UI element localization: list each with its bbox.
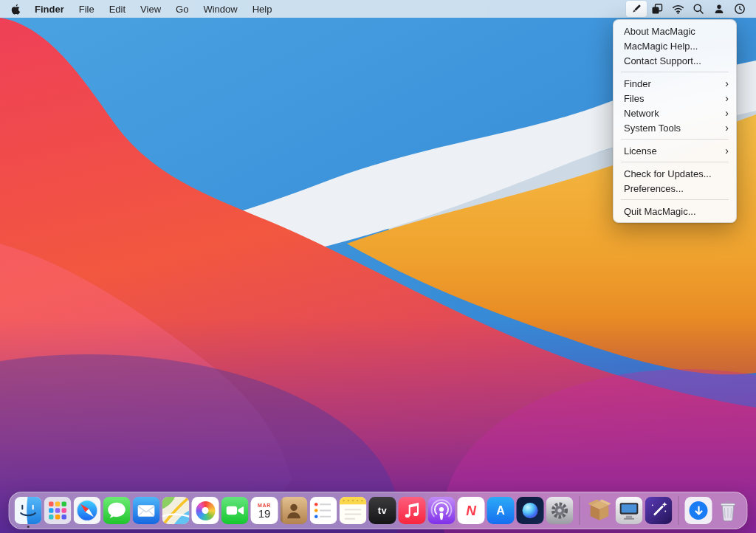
menu-item-about-macmagic[interactable]: About MacMagic	[614, 24, 736, 38]
overlapping-windows-icon	[651, 3, 663, 15]
menu-edit[interactable]: Edit	[102, 0, 133, 18]
maps-icon	[162, 497, 190, 524]
siri-orb	[523, 503, 538, 518]
magic-wand-icon	[645, 497, 673, 524]
dock-item-launchpad[interactable]	[44, 497, 72, 524]
dock-item-system-preferences[interactable]	[546, 497, 574, 524]
apple-icon	[11, 4, 21, 15]
user-icon[interactable]	[709, 1, 729, 17]
macmagic-dropdown-menu: About MacMagic MacMagic Help... Contact …	[613, 19, 737, 223]
wifi-icon[interactable]	[667, 1, 688, 17]
menu-bar-status-area	[626, 0, 750, 18]
menu-window[interactable]: Window	[196, 0, 244, 18]
reminders-icon	[310, 497, 337, 524]
user-silhouette-icon	[713, 3, 725, 15]
menu-go[interactable]: Go	[168, 0, 196, 18]
menu-bar-left: Finder File Edit View Go Window Help	[6, 0, 279, 18]
dock-item-calendar[interactable]: MAR 19	[251, 497, 278, 524]
dock-item-mail[interactable]	[133, 497, 160, 524]
dock-item-facetime[interactable]	[221, 497, 249, 524]
chevron-right-icon: ›	[725, 93, 729, 103]
menu-item-label: Quit MacMagic...	[624, 206, 696, 217]
downloads-icon	[685, 497, 712, 524]
menu-separator	[621, 162, 729, 162]
gear-icon	[546, 497, 574, 524]
menu-separator	[621, 72, 729, 72]
dock-separator	[678, 496, 679, 525]
dock-item-utility[interactable]	[616, 497, 643, 524]
menu-bar-app-name[interactable]: Finder	[27, 0, 72, 18]
dock-item-messages[interactable]	[103, 497, 131, 524]
dock-item-contacts[interactable]	[281, 497, 308, 524]
menu-item-macmagic-help[interactable]: MacMagic Help...	[614, 38, 736, 53]
menu-item-label: Check for Updates...	[624, 168, 712, 179]
apple-menu[interactable]	[6, 0, 27, 18]
menu-item-label: Files	[624, 93, 644, 104]
menu-item-system-tools[interactable]: System Tools›	[614, 120, 736, 135]
menu-item-label: System Tools	[624, 123, 681, 134]
tv-icon: tv	[369, 497, 396, 524]
dock-item-news[interactable]: N	[458, 497, 485, 524]
finder-icon	[15, 497, 42, 524]
menu-bar: Finder File Edit View Go Window Help	[0, 0, 756, 18]
photos-pinwheel	[196, 501, 215, 520]
running-indicator	[27, 526, 30, 529]
app-store-icon: A	[487, 497, 515, 524]
chevron-right-icon: ›	[725, 108, 729, 118]
music-icon	[399, 497, 426, 524]
notes-icon	[340, 497, 367, 524]
system-preferences-icon	[546, 497, 574, 524]
chevron-right-icon: ›	[725, 123, 729, 133]
menu-item-quit-macmagic[interactable]: Quit MacMagic...	[614, 204, 736, 219]
dock: MAR 19	[9, 492, 748, 529]
dock-item-maps[interactable]	[162, 497, 190, 524]
menu-item-preferences[interactable]: Preferences...	[614, 181, 736, 196]
podcasts-icon	[428, 497, 456, 524]
dock-item-safari[interactable]	[74, 497, 101, 524]
dock-separator	[580, 496, 580, 525]
menu-view[interactable]: View	[133, 0, 168, 18]
dock-item-macmagic[interactable]	[645, 497, 673, 524]
menu-separator	[621, 139, 729, 140]
menu-separator	[621, 199, 729, 200]
clock-face-icon	[734, 3, 746, 15]
menu-item-finder[interactable]: Finder›	[614, 76, 736, 91]
dock-item-package[interactable]	[586, 497, 614, 524]
menu-item-label: Contact Support...	[624, 55, 701, 66]
menu-item-network[interactable]: Network›	[614, 106, 736, 120]
menu-item-files[interactable]: Files›	[614, 91, 736, 106]
menu-item-label: Preferences...	[624, 183, 684, 194]
menu-item-contact-support[interactable]: Contact Support...	[614, 53, 736, 68]
windows-icon[interactable]	[647, 1, 667, 17]
dock-item-app-store[interactable]: A	[487, 497, 515, 524]
siri-icon	[517, 497, 544, 524]
calendar-day: 19	[258, 508, 271, 520]
mail-icon	[133, 497, 160, 524]
dock-item-downloads[interactable]	[685, 497, 712, 524]
dock-item-photos[interactable]	[192, 497, 219, 524]
dock-item-reminders[interactable]	[310, 497, 337, 524]
launchpad-icon	[44, 497, 72, 524]
dock-item-trash[interactable]	[715, 497, 742, 524]
macmagic-app-icon	[645, 497, 673, 524]
dock-item-music[interactable]	[399, 497, 426, 524]
clock-icon[interactable]	[729, 1, 750, 17]
menu-item-check-for-updates[interactable]: Check for Updates...	[614, 166, 736, 181]
dock-item-finder[interactable]	[15, 497, 42, 524]
safari-icon	[74, 497, 101, 524]
dock-item-tv[interactable]: tv	[369, 497, 396, 524]
tv-logo-text: tv	[378, 505, 388, 516]
menu-file[interactable]: File	[72, 0, 102, 18]
menu-item-license[interactable]: License›	[614, 143, 736, 158]
music-note-icon	[399, 497, 426, 524]
menu-help[interactable]: Help	[245, 0, 280, 18]
menu-item-label: Network	[624, 108, 659, 119]
news-icon: N	[458, 497, 485, 524]
down-arrow-icon	[692, 504, 705, 517]
dock-item-notes[interactable]	[340, 497, 367, 524]
calendar-icon: MAR 19	[251, 497, 278, 524]
dock-item-podcasts[interactable]	[428, 497, 456, 524]
search-icon[interactable]	[688, 1, 709, 17]
dock-item-siri[interactable]	[517, 497, 544, 524]
macmagic-wand-icon[interactable]	[626, 1, 647, 17]
